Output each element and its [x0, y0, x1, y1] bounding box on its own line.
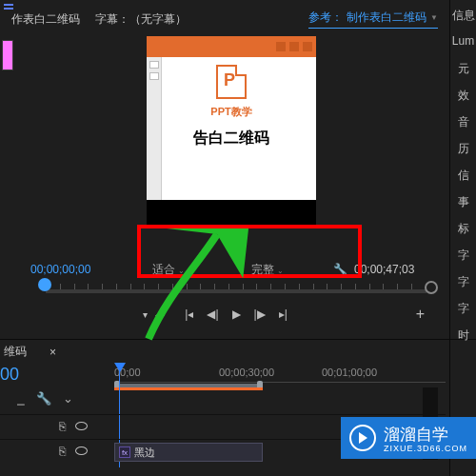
snap-icon[interactable]: ⎯ — [17, 391, 25, 406]
track-output-icon[interactable]: ⎘ — [59, 445, 66, 458]
marker-thumb[interactable] — [2, 40, 13, 70]
panel-tab[interactable]: 事 — [458, 194, 469, 211]
clip-name: 黑边 — [134, 446, 155, 460]
watermark-badge: 溜溜自学 ZIXUE.3D66.COM — [341, 417, 476, 459]
timeline-clip[interactable]: fx 黑边 — [114, 443, 263, 462]
step-back-icon[interactable]: ◀| — [207, 307, 218, 321]
scrub-bar[interactable] — [38, 278, 434, 305]
go-to-out-icon[interactable]: ▸| — [279, 307, 288, 321]
program-monitor-header: 作表白二维码 字幕：（无字幕） 参考： 制作表白二维码 ▼ — [0, 8, 476, 30]
timeline-settings-icon[interactable]: 🔧 — [36, 391, 51, 406]
mark-in-icon[interactable]: ◂▸ — [155, 309, 165, 320]
go-to-in-icon[interactable]: |◂ — [185, 307, 193, 321]
timeline-timecode[interactable]: 00 — [0, 365, 19, 385]
panel-tab[interactable]: 字 — [458, 274, 469, 291]
panel-tab[interactable]: 时 — [458, 327, 469, 345]
panel-tab[interactable]: 字 — [458, 248, 469, 265]
panel-tab[interactable]: 标 — [458, 221, 469, 238]
eye-icon[interactable] — [75, 446, 88, 455]
button-editor-icon[interactable]: + — [416, 306, 425, 323]
letterbox-bar — [147, 200, 316, 227]
ppt-title: 告白二维码 — [193, 129, 269, 149]
ppt-subtitle: PPT教学 — [210, 105, 251, 119]
right-panel-tabs: 信息 Lum 元 效 音 历 信 事 标 字 字 字 时 — [449, 0, 476, 476]
panel-tab[interactable]: 信息 — [452, 8, 475, 25]
panel-tab[interactable]: 元 — [458, 61, 469, 78]
duration-timecode: 00;00;47;03 — [354, 263, 414, 276]
program-tab-label[interactable]: 作表白二维码 — [11, 11, 80, 28]
ppt-slide: PPT教学 告白二维码 — [147, 57, 316, 200]
play-icon[interactable]: ▶ — [232, 307, 241, 321]
marker-strip — [0, 40, 15, 70]
step-forward-icon[interactable]: |▶ — [254, 307, 266, 321]
sequence-close-icon[interactable]: × — [50, 346, 56, 359]
reference-dropdown[interactable]: 参考： 制作表白二维码 ▼ — [308, 10, 438, 29]
panel-tab[interactable]: 字 — [458, 301, 469, 318]
panel-tab[interactable]: Lum — [452, 34, 474, 51]
out-point-handle[interactable] — [425, 281, 438, 294]
add-marker-icon[interactable]: ▾ — [143, 309, 148, 320]
chevron-down-icon[interactable]: ⌄ — [63, 391, 73, 406]
ppt-titlebar — [147, 36, 316, 57]
track-output-icon[interactable]: ⎘ — [59, 420, 66, 433]
watermark-url: ZIXUE.3D66.COM — [384, 444, 467, 453]
program-monitor: PPT教学 告白二维码 00;00;00;00 适合 ⌄ 完整 ⌄ 🔧 00;0… — [30, 34, 434, 282]
work-area-bar[interactable] — [114, 384, 263, 387]
video-preview[interactable]: PPT教学 告白二维码 — [147, 36, 316, 227]
sequence-name[interactable]: 维码 — [4, 344, 27, 360]
resolution-dropdown[interactable]: 完整 ⌄ — [251, 262, 284, 278]
current-timecode[interactable]: 00;00;00;00 — [30, 263, 90, 276]
transport-controls: ▾ ◂▸ |◂ ◀| ▶ |▶ ▸| + — [38, 303, 434, 326]
eye-icon[interactable] — [75, 422, 88, 430]
panel-tab[interactable]: 效 — [458, 88, 469, 105]
caption-label: 字幕：（无字幕） — [95, 11, 187, 28]
chevron-down-icon: ▼ — [430, 13, 438, 22]
zoom-fit-dropdown[interactable]: 适合 ⌄ — [152, 262, 185, 278]
panel-tab[interactable]: 历 — [458, 141, 469, 158]
settings-wrench-icon[interactable]: 🔧 — [333, 263, 347, 276]
panel-tab[interactable]: 信 — [458, 168, 469, 185]
play-circle-icon — [349, 425, 376, 451]
powerpoint-icon — [216, 65, 247, 99]
panel-tab[interactable]: 音 — [458, 114, 469, 131]
fx-badge-icon[interactable]: fx — [119, 446, 130, 458]
playhead-handle[interactable] — [38, 278, 51, 291]
watermark-text: 溜溜自学 — [384, 426, 448, 444]
